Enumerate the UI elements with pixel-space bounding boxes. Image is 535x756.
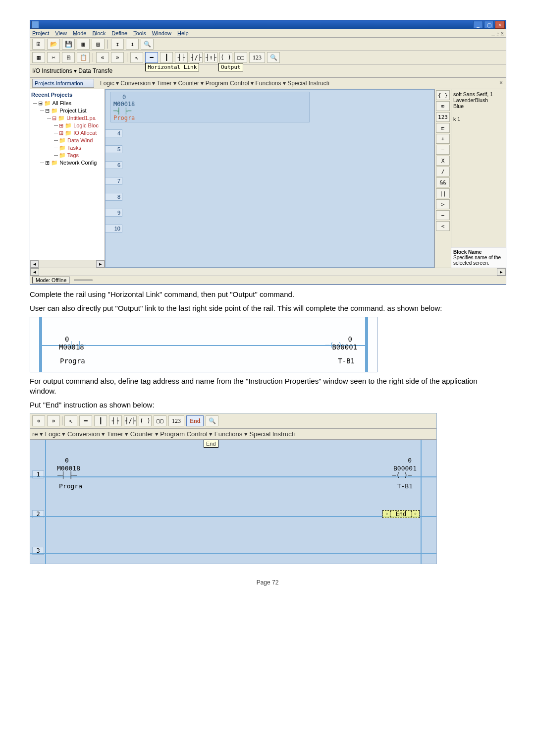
project-tree[interactable]: Recent Projects ⊟ 📁 All Files ⊟ 📁 Projec… — [30, 89, 105, 260]
menu-help[interactable]: Help — [177, 30, 189, 36]
end-instruction-node[interactable]: ◦[ End ]◦ — [382, 510, 420, 518]
palette-item[interactable]: { } — [436, 90, 450, 100]
row-num: 7 — [105, 177, 122, 185]
palette-item[interactable]: > — [436, 199, 450, 209]
minimize-button[interactable]: _ — [473, 21, 483, 29]
end-ladder-editor[interactable]: 1 0 0 M00018 B00001 ─┤ ├─ ─( )─ Progra T… — [30, 440, 436, 564]
close-button[interactable]: × — [495, 21, 505, 29]
panel-close-icon[interactable]: × — [499, 79, 503, 86]
palette-item[interactable]: ⌧ — [436, 101, 450, 111]
upload-button[interactable]: ↥ — [126, 39, 139, 50]
scroll-left-button[interactable]: ◂ — [30, 260, 39, 268]
separator — [107, 40, 108, 49]
palette-item[interactable]: || — [436, 188, 450, 198]
numeric-button[interactable]: 123 — [168, 415, 184, 426]
menu-bar: Project View Mode Block Define Tools Win… — [30, 29, 506, 38]
contact-nc-button[interactable]: ┤/├ — [190, 52, 203, 63]
paste-button[interactable]: 📋 — [77, 52, 90, 63]
numeric-button[interactable]: 123 — [249, 52, 265, 63]
tool-button[interactable]: ▦ — [77, 39, 90, 50]
paragraph-1: Complete the rail using "Horizontal Link… — [30, 290, 505, 299]
menu-block[interactable]: Block — [92, 30, 106, 36]
open-button[interactable]: 📂 — [47, 39, 60, 50]
tool-button-2[interactable]: ▤ — [92, 39, 105, 50]
palette-item[interactable]: + — [436, 134, 450, 144]
contact-symbol-icon — [65, 341, 86, 349]
palette-item[interactable]: − — [436, 210, 450, 220]
cut-button[interactable]: ✂ — [47, 52, 60, 63]
download-button[interactable]: ↧ — [111, 39, 124, 50]
hscroll-right[interactable]: ▸ — [497, 268, 506, 276]
tooltip-end: End — [204, 440, 218, 448]
separator — [93, 53, 93, 62]
search-button[interactable]: 🔍 — [267, 52, 280, 63]
menu-mode[interactable]: Mode — [73, 30, 87, 36]
misc-button[interactable]: ▦ — [32, 52, 45, 63]
contact-nc-button[interactable]: ┤/├ — [124, 415, 137, 426]
ladder-editor[interactable]: 0 M00018 ─┤ ├─ Progra 4 5 6 7 8 9 10 — [105, 89, 434, 268]
palette-item[interactable]: < — [436, 221, 450, 231]
io-instructions-bar: I/O Instructions ▾ Data Transfe — [30, 64, 506, 78]
tree-tags[interactable]: 📁 Tags — [59, 152, 104, 159]
tree-network-config[interactable]: ⊞ 📁 Network Config — [45, 159, 104, 167]
palette-item[interactable]: ⇇ — [436, 123, 450, 133]
maximize-button[interactable]: ▢ — [484, 21, 494, 29]
prop-desc-title: Block Name — [453, 249, 504, 255]
nav-left-button[interactable]: « — [96, 52, 109, 63]
save-button[interactable]: 💾 — [62, 39, 75, 50]
ladder-horiz-scroll[interactable]: ◂ ▸ — [30, 268, 506, 276]
row-num: 5 — [105, 145, 122, 153]
end-button[interactable]: End — [186, 415, 204, 426]
function-block-button[interactable]: ▢▢ — [154, 415, 166, 426]
pointer-button[interactable]: ↖ — [130, 52, 143, 63]
mdi-restore-icon[interactable]: ▫ — [497, 30, 499, 36]
instruction-categories[interactable]: Logic ▾ Conversion ▾ Timer ▾ Counter ▾ P… — [99, 79, 330, 87]
vertical-link-button[interactable]: ┃ — [94, 415, 107, 426]
tree-untitled[interactable]: ⊟ 📁 Untitled1.pa ⊞ 📁 Logic Bloc ⊞ 📁 IO A… — [52, 115, 104, 159]
row-num: 8 — [105, 193, 122, 201]
properties-description: Block Name Specifies name of the selecte… — [451, 247, 506, 268]
menu-define[interactable]: Define — [111, 30, 127, 36]
nav-left-button[interactable]: « — [32, 415, 45, 426]
palette-item[interactable]: 123 — [436, 112, 450, 122]
pointer-button[interactable]: ↖ — [64, 415, 77, 426]
palette-item[interactable]: && — [436, 177, 450, 187]
new-button[interactable]: 🗎 — [32, 39, 45, 50]
nav-right-button[interactable]: » — [47, 415, 60, 426]
copy-button[interactable]: ⎘ — [62, 52, 75, 63]
menu-tools[interactable]: Tools — [133, 30, 146, 36]
palette-item[interactable]: / — [436, 167, 450, 176]
mdi-minimize-icon[interactable]: _ — [492, 30, 495, 36]
horizontal-link-button[interactable]: ━ — [79, 415, 92, 426]
contact-no-button[interactable]: ┤├ — [175, 52, 188, 63]
contact-rising-button[interactable]: ┤↑├ — [205, 52, 217, 63]
palette-item[interactable]: X — [436, 156, 450, 166]
menu-view[interactable]: View — [55, 30, 67, 36]
palette-item[interactable]: − — [436, 145, 450, 155]
mdi-close-icon[interactable]: × — [501, 30, 504, 36]
menu-window[interactable]: Window — [152, 30, 171, 36]
tree-all-files[interactable]: ⊟ 📁 All Files ⊟ 📁 Project List ⊟ 📁 Untit… — [38, 100, 104, 167]
tree-data-window[interactable]: 📁 Data Wind — [59, 137, 104, 144]
tree-horiz-scroll[interactable]: ◂ ▸ — [30, 260, 105, 268]
horizontal-link-button[interactable]: ━ — [145, 52, 158, 63]
end-toolbar: « » ↖ ━ ┃ ┤├ ┤/├ ( ) ▢▢ 123 End 🔍 — [30, 413, 436, 429]
tree-project-list[interactable]: ⊟ 📁 Project List ⊟ 📁 Untitled1.pa ⊞ 📁 Lo… — [45, 107, 104, 159]
zoom-button[interactable]: 🔍 — [141, 39, 154, 50]
menu-project[interactable]: Project — [32, 30, 49, 36]
scroll-right-button[interactable]: ▸ — [96, 260, 105, 268]
tree-tasks[interactable]: 📁 Tasks — [59, 144, 104, 152]
output-coil-button[interactable]: ( ) — [219, 52, 232, 63]
function-block-button[interactable]: ▢▢ — [234, 52, 247, 63]
tree-io-alloc[interactable]: ⊞ 📁 IO Allocat — [59, 129, 104, 137]
search-button[interactable]: 🔍 — [206, 415, 218, 426]
hscroll-left[interactable]: ◂ — [30, 268, 39, 276]
tree-logic-block[interactable]: ⊞ 📁 Logic Bloc — [59, 122, 104, 129]
nav-right-button[interactable]: » — [111, 52, 124, 63]
contact-no-button[interactable]: ┤├ — [109, 415, 122, 426]
end-categories[interactable]: re ▾ Logic ▾ Conversion ▾ Timer ▾ Counte… — [32, 430, 295, 438]
contact-address: M00018 — [57, 465, 80, 472]
output-coil-button[interactable]: ( ) — [139, 415, 152, 426]
io-instructions-label[interactable]: I/O Instructions ▾ Data Transfe — [32, 67, 112, 74]
vertical-link-button[interactable]: ┃ — [160, 52, 173, 63]
